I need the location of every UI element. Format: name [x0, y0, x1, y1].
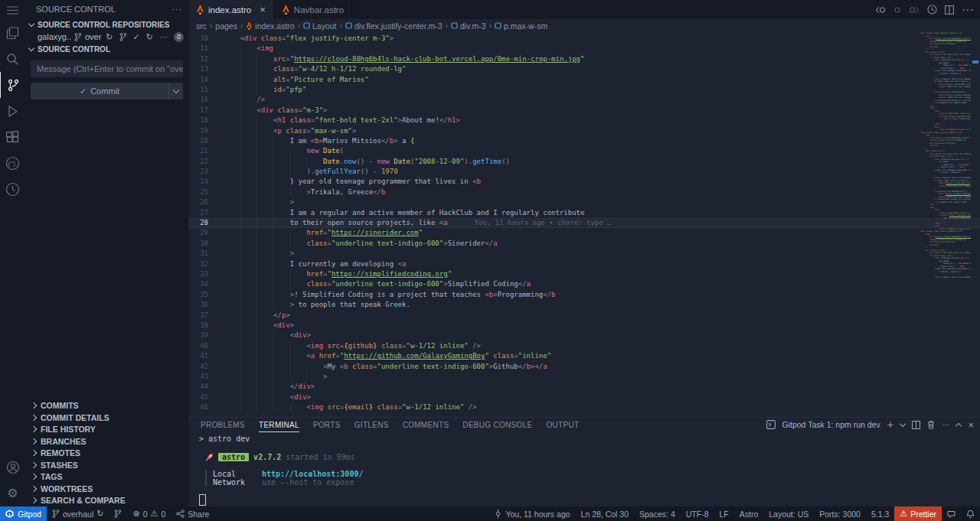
code-line[interactable]: 27 I am a regular and active member of H…: [188, 208, 980, 218]
tree-section-commits[interactable]: COMMITS: [25, 400, 188, 412]
notifications-bell-icon[interactable]: [961, 506, 980, 521]
code-line[interactable]: 13 class="w-4/12 h-1/12 rounded-lg": [188, 64, 980, 74]
tree-section-stashes[interactable]: STASHES: [25, 459, 188, 471]
commit-message-input[interactable]: Message (Ctrl+Enter to commit on "overh.…: [31, 60, 183, 77]
code-line[interactable]: 21 new Date(: [188, 146, 980, 156]
refresh-icon[interactable]: ↻: [145, 33, 155, 41]
code-line[interactable]: 44 </div>: [188, 382, 980, 392]
panel-tab-ports[interactable]: PORTS: [313, 418, 341, 431]
panel-tab-terminal[interactable]: TERMINAL: [259, 418, 299, 432]
cursor-position-item[interactable]: Ln 28, Col 30: [576, 506, 634, 521]
prettier-status-item[interactable]: ⚠ Prettier: [894, 506, 942, 521]
gitpod-remote-button[interactable]: Gitpod: [0, 506, 47, 521]
editor-more-actions-icon[interactable]: ···: [962, 3, 974, 17]
ports-item[interactable]: Ports: 3000: [814, 506, 866, 521]
sidebar-more-actions-icon[interactable]: ···: [172, 5, 182, 14]
code-line[interactable]: 30 class="underline text-indigo-600">Sin…: [188, 239, 980, 249]
code-line[interactable]: 17 <div class="m-3">: [188, 106, 980, 116]
branch-status-item[interactable]: overhaul ↻: [47, 506, 109, 521]
gitlens-icon[interactable]: [0, 176, 25, 202]
terminal[interactable]: > astro dev astro v2.7.2 started in 99ms…: [188, 435, 980, 507]
code-line[interactable]: 36 > to people that speak Greek.: [188, 300, 980, 310]
breadcrumb-item-src[interactable]: src: [196, 21, 207, 31]
github-icon[interactable]: [0, 150, 25, 176]
blame-status-item[interactable]: You, 11 hours ago: [488, 506, 575, 521]
panel-tab-comments[interactable]: COMMENTS: [403, 418, 449, 431]
code-line[interactable]: 45 <div>: [188, 392, 980, 402]
gitlens-status-icon[interactable]: [109, 506, 127, 521]
commit-check-icon[interactable]: ✓: [132, 33, 142, 41]
code-line[interactable]: 19 <p class="max-w-sm">: [188, 126, 980, 136]
code-line[interactable]: 33 href="https://simplifiedcoding.org": [188, 269, 980, 279]
code-line[interactable]: 10 <div class="flex justify-center m-3">: [188, 34, 980, 44]
kill-terminal-icon[interactable]: [927, 420, 935, 429]
code-line[interactable]: 11 <img: [188, 44, 980, 54]
code-line[interactable]: 18 <h1 class="font-bold text-2xl">About …: [188, 116, 980, 125]
breadcrumb-item-layout[interactable]: Layout: [303, 21, 337, 31]
code-line[interactable]: 46 <img src={email} class="w-1/12 inline…: [188, 402, 980, 412]
repository-row[interactable]: galaxyg... overhaul ↻ ✓ ↻ ··· 0: [25, 31, 188, 43]
split-editor-icon[interactable]: [945, 5, 954, 15]
code-line[interactable]: 43 >: [188, 372, 980, 382]
explorer-icon[interactable]: [0, 20, 25, 46]
run-debug-icon[interactable]: [0, 98, 25, 124]
keyboard-layout-item[interactable]: Layout: US: [763, 506, 814, 521]
code-line[interactable]: 15 id="pfp": [188, 85, 980, 95]
problems-status-item[interactable]: ⊗ 0 ⚠ 0: [127, 506, 171, 521]
terminal-task-label[interactable]: Gitpod Task 1: npm run dev: [782, 420, 880, 429]
tab-navbar-astro[interactable]: Navbar.astro: [274, 0, 352, 19]
code-line[interactable]: 20 I am <b>Marios Mitsios</b> a {: [188, 136, 980, 146]
localhost-link[interactable]: http://localhost:3000/: [262, 470, 363, 478]
new-terminal-icon[interactable]: +: [887, 418, 893, 431]
tab-index-astro[interactable]: index.astro ×: [188, 0, 274, 19]
panel-tab-gitlens[interactable]: GITLENS: [354, 418, 389, 431]
code-line[interactable]: 28 to their open source projects, like <…: [188, 218, 980, 228]
tree-section-branches[interactable]: BRANCHES: [25, 435, 188, 448]
code-editor[interactable]: 10 <div class="flex justify-center m-3">…: [188, 32, 980, 417]
feedback-icon[interactable]: [942, 506, 961, 521]
code-line[interactable]: 26 >: [188, 197, 980, 207]
source-control-section-header[interactable]: SOURCE CONTROL: [25, 43, 188, 55]
code-line[interactable]: 22 Date.now() - new Date("2008-12-09").g…: [188, 157, 980, 167]
minimap[interactable]: <div class="flex justify-center m-3"> <i…: [916, 32, 971, 417]
code-line[interactable]: 37 </p>: [188, 311, 980, 321]
code-line[interactable]: 23 ).getFullYear() - 1970: [188, 167, 980, 177]
code-line[interactable]: 38 <div>: [188, 321, 980, 331]
breadcrumb-item-div-m-3[interactable]: div.m-3: [451, 21, 486, 31]
code-line[interactable]: 35 >! Simplified Coding is a project tha…: [188, 290, 980, 300]
file-annotations-icon[interactable]: [927, 5, 937, 15]
code-line[interactable]: 32 I currently am developing <a: [188, 259, 980, 269]
commit-dropdown-button[interactable]: [168, 83, 183, 99]
code-line[interactable]: 25 >Trikala, Greece</b: [188, 187, 980, 197]
code-line[interactable]: 14 alt="Picture of Marios": [188, 75, 980, 85]
tree-section-remotes[interactable]: REMOTES: [25, 448, 188, 460]
open-changes-icon[interactable]: [893, 5, 901, 15]
tree-section-file-history[interactable]: FILE HISTORY: [25, 424, 188, 436]
tree-section-commit-details[interactable]: COMMIT DETAILS: [25, 412, 188, 424]
breadcrumb-item-div-flex-justify-center-m-3[interactable]: div.flex.justify-center.m-3: [345, 21, 443, 31]
sync-icon[interactable]: ↻: [104, 33, 114, 41]
breadcrumb-item-p-max-w-sm[interactable]: p.max-w-sm: [495, 21, 547, 31]
panel-tab-output[interactable]: OUTPUT: [547, 418, 580, 431]
breadcrumb-item-pages[interactable]: pages: [215, 21, 237, 31]
breadcrumb-item-index-astro[interactable]: index.astro: [246, 21, 294, 31]
language-mode-item[interactable]: Astro: [734, 506, 764, 521]
settings-gear-icon[interactable]: ⚙: [0, 480, 25, 506]
open-changes-next-icon[interactable]: [909, 5, 920, 15]
share-status-item[interactable]: Share: [171, 506, 214, 521]
code-line[interactable]: 29 href="https://sinerider.com": [188, 228, 980, 238]
search-icon[interactable]: [0, 46, 25, 72]
encoding-item[interactable]: UTF-8: [681, 506, 714, 521]
panel-tab-problems[interactable]: PROBLEMS: [201, 418, 245, 431]
terminal-dropdown-icon[interactable]: [900, 424, 905, 426]
code-line[interactable]: 34 class="underline text-indigo-600">Sim…: [188, 279, 980, 289]
gitlens-branch-icon[interactable]: [118, 33, 129, 41]
repositories-section-header[interactable]: SOURCE CONTROL REPOSITORIES: [25, 18, 188, 31]
panel-more-actions-icon[interactable]: ···: [942, 420, 950, 429]
eol-item[interactable]: LF: [714, 506, 733, 521]
tree-section-search-compare[interactable]: SEARCH & COMPARE: [25, 495, 188, 507]
maximize-panel-icon[interactable]: [956, 422, 961, 428]
panel-tab-debug-console[interactable]: DEBUG CONSOLE: [462, 418, 532, 431]
repo-more-actions-icon[interactable]: ···: [158, 33, 169, 41]
extensions-icon[interactable]: [0, 124, 25, 150]
